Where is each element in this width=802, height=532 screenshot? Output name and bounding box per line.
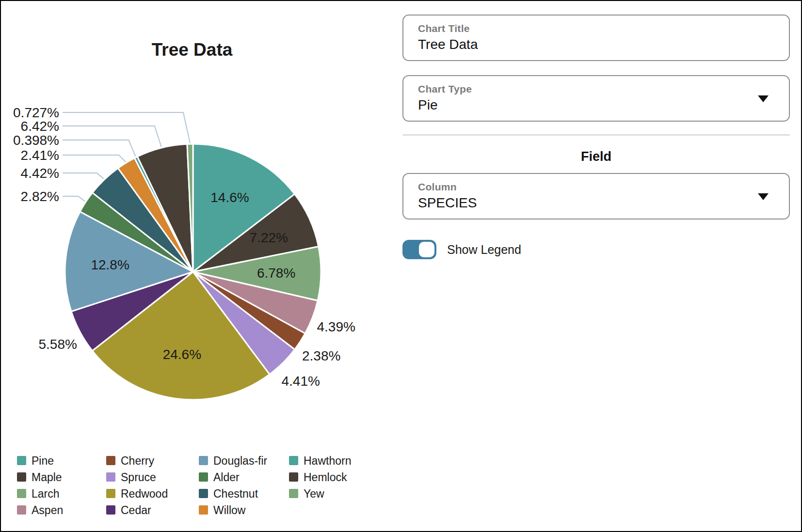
pct-label-larch: 6.78%	[257, 266, 295, 281]
chart-type-dropdown[interactable]: Chart Type Pie	[402, 75, 790, 122]
chart-title-field[interactable]: Chart Title Tree Data	[402, 15, 790, 61]
legend-swatch-willow	[199, 505, 208, 515]
legend-label-larch: Larch	[32, 487, 60, 500]
legend-swatch-hemlock	[289, 472, 298, 482]
app-window: Tree Data 14.6%7.22%6.78%4.39%2.38%4.41%…	[0, 0, 802, 532]
section-divider	[402, 134, 790, 136]
toggle-knob	[419, 242, 434, 257]
legend-label-chestnut: Chestnut	[213, 487, 258, 500]
legend-swatch-larch	[17, 489, 26, 498]
pct-label-redwood: 24.6%	[163, 347, 201, 362]
legend-label-hawthorn: Hawthorn	[304, 454, 351, 467]
leader-line-willow	[63, 155, 126, 162]
legend-swatch-redwood	[106, 489, 115, 498]
pct-label-spruce: 4.41%	[281, 374, 320, 389]
pie-chart: Tree Data 14.6%7.22%6.78%4.39%2.38%4.41%…	[1, 1, 389, 531]
pct-label-yew: 0.727%	[13, 105, 59, 120]
show-legend-row: Show Legend	[402, 240, 790, 259]
legend-swatch-yew	[289, 489, 298, 498]
chevron-down-icon	[758, 193, 769, 200]
field-section-heading: Field	[402, 149, 790, 164]
pct-label-chestnut: 4.42%	[21, 166, 59, 181]
show-legend-label: Show Legend	[447, 243, 521, 257]
chevron-down-icon	[758, 95, 769, 102]
pct-label-hemlock: 6.42%	[21, 119, 59, 134]
show-legend-toggle[interactable]	[402, 240, 436, 259]
pct-label-hawthorn: 0.398%	[13, 133, 59, 148]
leader-line-yew	[63, 112, 190, 143]
legend-label-spruce: Spruce	[121, 471, 156, 484]
chart-title-field-value: Tree Data	[418, 37, 774, 52]
legend-label-douglas-fir: Douglas-fir	[213, 454, 268, 467]
pct-label-cedar: 5.58%	[38, 337, 77, 352]
chart-title-text: Tree Data	[152, 40, 233, 60]
legend-label-hemlock: Hemlock	[304, 471, 347, 484]
legend-label-pine: Pine	[32, 454, 54, 467]
chart-type-dropdown-label: Chart Type	[418, 83, 774, 95]
leader-line-hemlock	[63, 126, 161, 147]
legend-label-cherry: Cherry	[121, 454, 155, 467]
legend-label-maple: Maple	[32, 471, 62, 484]
column-dropdown-value: SPECIES	[418, 195, 774, 211]
pct-label-aspen: 4.39%	[317, 319, 355, 334]
legend-label-alder: Alder	[213, 471, 240, 484]
pct-label-cherry: 2.38%	[302, 348, 340, 363]
legend-swatch-douglas-fir	[199, 456, 208, 465]
legend-swatch-aspen	[17, 505, 26, 515]
legend-swatch-cedar	[106, 505, 115, 515]
pct-label-douglas-fir: 12.8%	[91, 257, 129, 272]
column-dropdown[interactable]: Column SPECIES	[402, 173, 790, 219]
legend-swatch-chestnut	[199, 489, 208, 498]
chart-canvas: Tree Data 14.6%7.22%6.78%4.39%2.38%4.41%…	[1, 1, 389, 531]
legend-label-redwood: Redwood	[121, 487, 168, 500]
pct-label-alder: 2.82%	[21, 189, 59, 204]
leader-line-hawthorn	[63, 140, 136, 156]
pct-label-willow: 2.41%	[21, 148, 59, 163]
settings-panel: Chart Title Tree Data Chart Type Pie Fie…	[402, 15, 790, 259]
legend-label-cedar: Cedar	[121, 504, 151, 516]
legend-swatch-maple	[17, 472, 26, 482]
chart-type-dropdown-value: Pie	[418, 97, 774, 113]
leader-line-chestnut	[63, 173, 104, 179]
pct-label-pine: 14.6%	[210, 190, 249, 205]
column-dropdown-label: Column	[418, 181, 774, 193]
leader-line-alder	[63, 196, 85, 202]
legend-swatch-cherry	[106, 456, 115, 465]
chart-title-field-label: Chart Title	[418, 23, 774, 34]
legend-label-willow: Willow	[213, 504, 246, 516]
chart-legend: PineMapleLarchAspenCherrySpruceRedwoodCe…	[17, 454, 351, 516]
legend-swatch-hawthorn	[289, 456, 298, 465]
legend-label-aspen: Aspen	[32, 504, 63, 516]
pct-label-maple: 7.22%	[250, 230, 288, 245]
legend-swatch-alder	[199, 472, 208, 482]
legend-label-yew: Yew	[304, 487, 324, 500]
legend-swatch-spruce	[106, 472, 115, 482]
legend-swatch-pine	[17, 456, 26, 465]
